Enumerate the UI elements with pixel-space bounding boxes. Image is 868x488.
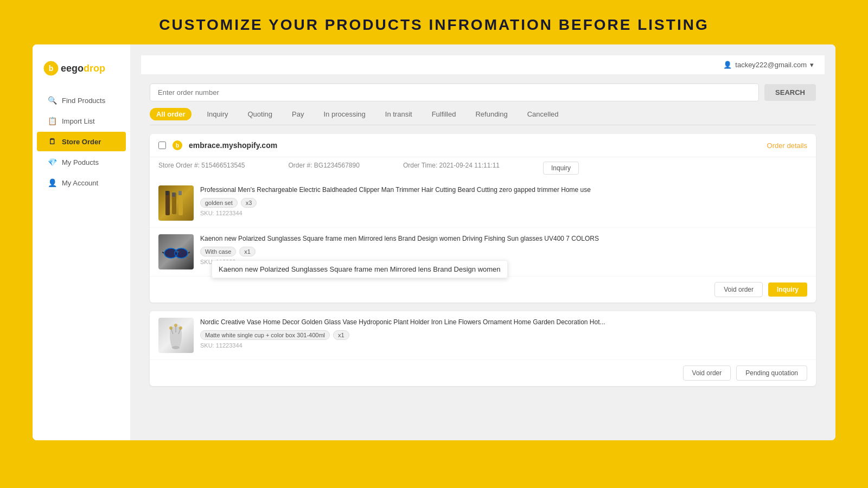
sidebar-item-find-products[interactable]: 🔍 Find Products bbox=[37, 91, 126, 110]
store-icon-1: b bbox=[173, 140, 182, 150]
content-inner: SEARCH All order Inquiry Quoting Pay In … bbox=[141, 75, 825, 403]
sidebar-item-label: Store Order bbox=[62, 138, 101, 146]
product-info-2-1: Nordic Creative Vase Home Decor Golden G… bbox=[200, 318, 807, 349]
product-icon: 💎 bbox=[48, 158, 56, 166]
tag-matte-white: Matte white single cup + color box 301-4… bbox=[200, 330, 330, 340]
void-order-btn-1[interactable]: Void order bbox=[714, 282, 763, 297]
order-time-1: Order Time: 2021-09-24 11:11:11 bbox=[403, 162, 500, 175]
search-input[interactable] bbox=[150, 84, 759, 101]
order-checkbox-1[interactable] bbox=[158, 142, 166, 149]
sidebar-item-import-list[interactable]: 📋 Import List bbox=[37, 111, 126, 131]
sku-2-1: SKU: 11223344 bbox=[200, 342, 807, 349]
sku-1-1: SKU: 11223344 bbox=[200, 210, 807, 216]
tab-inprocessing[interactable]: In processing bbox=[319, 108, 369, 120]
svg-point-22 bbox=[179, 326, 182, 330]
dropdown-icon[interactable]: ▾ bbox=[810, 61, 814, 69]
svg-rect-5 bbox=[165, 191, 169, 195]
tooltip-overlay: Kaenon new Polarized Sunglasses Square f… bbox=[212, 260, 508, 278]
tab-inquiry[interactable]: Inquiry bbox=[202, 108, 232, 120]
inquiry-action-btn-1[interactable]: Inquiry bbox=[768, 282, 807, 297]
svg-rect-7 bbox=[178, 191, 182, 195]
tab-refunding[interactable]: Refunding bbox=[471, 108, 512, 120]
tag-golden-set: golden set bbox=[200, 198, 238, 208]
tooltip-text: Kaenon new Polarized Sunglasses Square f… bbox=[219, 265, 501, 273]
product-row-1-1: Professional Men's Rechargeable Electric… bbox=[150, 179, 816, 228]
order-header-1: b embrace.myshopify.com Order details bbox=[150, 134, 816, 157]
tag-qty-2: x1 bbox=[239, 247, 256, 256]
tabs: All order Inquiry Quoting Pay In process… bbox=[150, 108, 816, 125]
logo-text: eegodrop bbox=[61, 63, 105, 74]
store-name-1: embrace.myshopify.com bbox=[189, 141, 761, 150]
product-info-1-1: Professional Men's Rechargeable Electric… bbox=[200, 185, 807, 216]
search-bar: SEARCH bbox=[150, 84, 816, 101]
logo: b eegodrop bbox=[33, 55, 130, 89]
svg-point-21 bbox=[174, 324, 177, 327]
search-icon: 🔍 bbox=[48, 96, 56, 105]
svg-point-16 bbox=[172, 346, 180, 349]
tag-qty-1: x3 bbox=[241, 198, 257, 208]
product-title-1-2: Kaenon new Polarized Sunglasses Square f… bbox=[200, 234, 807, 243]
sidebar-item-label: My Account bbox=[62, 179, 98, 187]
tab-fulfilled[interactable]: Fulfilled bbox=[427, 108, 461, 120]
product-image-sunglasses bbox=[158, 234, 194, 269]
account-icon: 👤 bbox=[48, 178, 56, 187]
search-button[interactable]: SEARCH bbox=[764, 84, 816, 101]
import-icon: 📋 bbox=[48, 117, 56, 125]
product-row-2-1: Nordic Creative Vase Home Decor Golden G… bbox=[150, 311, 816, 360]
tab-cancelled[interactable]: Cancelled bbox=[523, 108, 563, 120]
user-icon: 👤 bbox=[723, 61, 732, 69]
sidebar-item-label: Import List bbox=[62, 117, 95, 125]
product-tags-2-1: Matte white single cup + color box 301-4… bbox=[200, 330, 807, 340]
sidebar-item-store-order[interactable]: 🗒 Store Order bbox=[37, 132, 126, 151]
sidebar-item-my-account[interactable]: 👤 My Account bbox=[37, 173, 126, 192]
order-meta-1: Store Order #: 515466513545 Order #: BG1… bbox=[150, 157, 816, 179]
order-footer-1: Void order Inquiry bbox=[150, 277, 816, 303]
inquiry-btn-1[interactable]: Inquiry bbox=[543, 162, 579, 175]
tab-quoting[interactable]: Quoting bbox=[244, 108, 277, 120]
sidebar-item-label: My Poducts bbox=[62, 158, 99, 166]
order-card-2: Nordic Creative Vase Home Decor Golden G… bbox=[150, 311, 816, 386]
store-order-num-1: Store Order #: 515466513545 bbox=[158, 162, 245, 175]
order-detail-link-1[interactable]: Order details bbox=[767, 142, 807, 150]
svg-point-20 bbox=[169, 326, 173, 330]
tag-with-case: With case bbox=[200, 247, 236, 256]
svg-text:b: b bbox=[49, 64, 54, 73]
user-email: tackey222@gmail.com bbox=[735, 61, 807, 69]
pending-quotation-btn[interactable]: Pending quotation bbox=[736, 365, 807, 381]
sidebar-item-my-products[interactable]: 💎 My Poducts bbox=[37, 152, 126, 172]
product-tags-1-1: golden set x3 bbox=[200, 198, 807, 208]
void-order-btn-2[interactable]: Void order bbox=[683, 365, 731, 381]
user-info: 👤 tackey222@gmail.com ▾ bbox=[723, 61, 814, 69]
product-title-2-1: Nordic Creative Vase Home Decor Golden G… bbox=[200, 318, 807, 327]
product-image-vase bbox=[158, 318, 194, 353]
order-num-1: Order #: BG1234567890 bbox=[288, 162, 359, 175]
tab-all-order[interactable]: All order bbox=[150, 108, 192, 120]
product-tags-1-2: With case x1 bbox=[200, 247, 807, 256]
logo-icon: b bbox=[43, 61, 59, 76]
sidebar: b eegodrop 🔍 Find Products 📋 Import List… bbox=[33, 44, 130, 440]
tab-pay[interactable]: Pay bbox=[288, 108, 308, 120]
sidebar-item-label: Find Products bbox=[62, 97, 105, 105]
main-content: 👤 tackey222@gmail.com ▾ SEARCH All order… bbox=[130, 44, 835, 440]
product-title-1-1: Professional Men's Rechargeable Electric… bbox=[200, 185, 807, 195]
product-image-trimmer bbox=[158, 185, 194, 221]
tab-intransit[interactable]: In transit bbox=[381, 108, 417, 120]
order-footer-2: Void order Pending quotation bbox=[150, 360, 816, 386]
tag-qty-3: x1 bbox=[333, 330, 349, 340]
topbar: 👤 tackey222@gmail.com ▾ bbox=[141, 55, 825, 75]
svg-rect-6 bbox=[172, 192, 175, 197]
order-icon: 🗒 bbox=[48, 137, 56, 146]
page-title: CUSTOMIZE YOUR PRODUCTS INFROMATION BEFO… bbox=[0, 0, 868, 44]
